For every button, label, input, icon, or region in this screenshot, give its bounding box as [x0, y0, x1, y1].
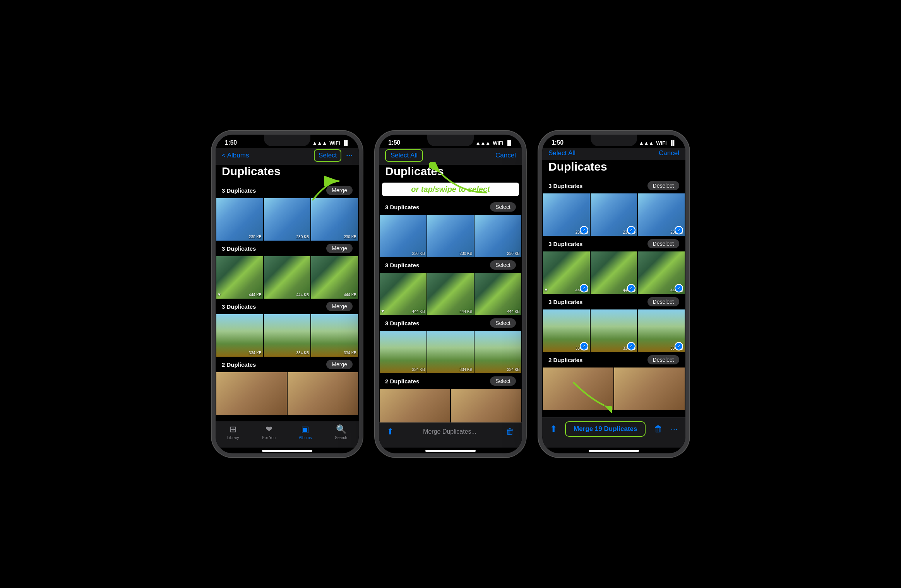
- photo-cell-2-2-3[interactable]: 444 KB: [474, 273, 521, 315]
- photo-row-1-1: 230 KB 230 KB 230 KB: [216, 198, 359, 241]
- tap-swipe-label: or tap/swipe to select: [382, 183, 519, 196]
- photo-cell-2-1-1[interactable]: 230 KB: [380, 215, 427, 257]
- dup-label-3-4: 2 Duplicates: [548, 357, 582, 363]
- merge-duplicates-label-2[interactable]: Merge Duplicates...: [423, 428, 476, 435]
- foryou-icon-1: ❤: [266, 424, 272, 434]
- dup-label-2-2: 3 Duplicates: [385, 262, 419, 268]
- photo-row-2-3: 334 KB 334 KB 334 KB: [379, 331, 522, 373]
- photo-cell-3-2-1[interactable]: ♥ 444 KB ✓: [543, 251, 590, 294]
- dup-group-2-4: 2 Duplicates Select: [379, 373, 522, 422]
- wifi-icon-2: WiFi: [493, 140, 503, 146]
- photo-cell-1-2-2[interactable]: 444 KB: [264, 256, 311, 299]
- deselect-btn-3-2[interactable]: Deselect: [647, 239, 679, 248]
- tab-bar-1: ⊞ Library ❤ For You ▣ Albums 🔍 Search: [216, 421, 359, 448]
- merge-btn-1-1[interactable]: Merge: [326, 186, 353, 195]
- select-button-1[interactable]: Select: [314, 149, 341, 162]
- photo-cell-3-1-2[interactable]: 230 KB ✓: [591, 193, 637, 236]
- photo-cell-1-3-2[interactable]: 334 KB: [264, 314, 311, 357]
- more-button-1[interactable]: ···: [346, 151, 353, 160]
- dup-group-3-2: 3 Duplicates Deselect ♥ 444 KB ✓: [542, 236, 685, 294]
- photo-cell-3-2-2[interactable]: 444 KB ✓: [591, 251, 637, 294]
- photo-cell-2-2-2[interactable]: 444 KB: [427, 273, 474, 315]
- select-btn-2-1[interactable]: Select: [490, 202, 516, 212]
- delete-icon-2[interactable]: 🗑: [506, 427, 514, 437]
- photo-cell-3-4-2[interactable]: [614, 368, 685, 410]
- more-icon-3[interactable]: ···: [671, 424, 678, 434]
- dup-group-2-1: 3 Duplicates Select 230 KB 230 KB 230: [379, 199, 522, 257]
- deselect-btn-3-4[interactable]: Deselect: [647, 355, 679, 364]
- battery-icon-2: ▐▌: [506, 140, 513, 146]
- photo-cell-2-4-2[interactable]: [451, 389, 521, 422]
- photo-cell-3-2-3[interactable]: 444 KB ✓: [638, 251, 685, 294]
- photo-cell-2-2-1[interactable]: ♥ 444 KB: [380, 273, 427, 315]
- photo-cell-3-4-1[interactable]: [543, 368, 613, 410]
- merge-19-button[interactable]: Merge 19 Duplicates: [565, 421, 646, 437]
- share-icon-3[interactable]: ⬆: [550, 424, 557, 434]
- photo-cell-2-3-1[interactable]: 334 KB: [380, 331, 427, 373]
- tab-search-1[interactable]: 🔍 Search: [335, 424, 347, 440]
- photo-cell-1-1-3[interactable]: 230 KB: [311, 198, 358, 241]
- photo-row-2-4: [379, 389, 522, 422]
- photo-cell-3-3-1[interactable]: 334 KB ✓: [543, 309, 590, 352]
- photo-cell-3-1-1[interactable]: 230 KB ✓: [543, 193, 590, 236]
- photo-row-1-4: [216, 372, 359, 415]
- photo-cell-2-3-2[interactable]: 334 KB: [427, 331, 474, 373]
- merge-btn-1-4[interactable]: Merge: [326, 360, 353, 369]
- tab-foryou-1[interactable]: ❤ For You: [262, 424, 276, 440]
- photo-cell-2-1-2[interactable]: 230 KB: [427, 215, 474, 257]
- photo-cell-1-1-2[interactable]: 230 KB: [264, 198, 311, 241]
- dup-label-2-1: 3 Duplicates: [385, 204, 419, 210]
- nav-bar-3: Select All Cancel: [542, 148, 685, 160]
- status-icons-2: ▲▲▲ WiFi ▐▌: [476, 140, 513, 146]
- dup-label-1-2: 3 Duplicates: [222, 245, 256, 252]
- select-btn-2-2[interactable]: Select: [490, 260, 516, 270]
- photo-cell-1-3-3[interactable]: 334 KB: [311, 314, 358, 357]
- page-title-1: Duplicates: [216, 165, 359, 183]
- photo-cell-1-2-1[interactable]: ♥ 444 KB: [216, 256, 263, 299]
- photo-cell-1-1-1[interactable]: 230 KB: [216, 198, 263, 241]
- photo-row-1-2: ♥ 444 KB 444 KB 444 KB: [216, 256, 359, 299]
- photo-cell-1-4-1[interactable]: [216, 372, 287, 415]
- photo-cell-3-1-3[interactable]: 230 KB ✓: [638, 193, 685, 236]
- photo-size-1-1-1: 230 KB: [249, 235, 262, 239]
- photo-cell-3-3-2[interactable]: 334 KB ✓: [591, 309, 637, 352]
- heart-icon-2: ♥: [381, 308, 384, 314]
- tab-library-1[interactable]: ⊞ Library: [227, 424, 239, 440]
- photo-cell-2-4-1[interactable]: [380, 389, 450, 422]
- deselect-btn-3-3[interactable]: Deselect: [647, 297, 679, 306]
- select-all-button-2[interactable]: Select All: [385, 149, 423, 162]
- dup-label-1-3: 3 Duplicates: [222, 303, 256, 310]
- select-btn-2-4[interactable]: Select: [490, 376, 516, 386]
- photo-cell-2-1-3[interactable]: 230 KB: [474, 215, 521, 257]
- cancel-button-3[interactable]: Cancel: [659, 149, 679, 157]
- tab-albums-1[interactable]: ▣ Albums: [299, 424, 312, 440]
- deselect-btn-3-1[interactable]: Deselect: [647, 181, 679, 190]
- back-button-1[interactable]: < Albums: [222, 152, 249, 159]
- battery-icon-1: ▐▌: [343, 140, 349, 146]
- check-badge-3-1-1: ✓: [580, 226, 588, 234]
- cancel-button-2[interactable]: Cancel: [495, 152, 516, 159]
- content-2: 3 Duplicates Select 230 KB 230 KB 230: [379, 199, 522, 422]
- delete-icon-3[interactable]: 🗑: [654, 424, 663, 434]
- photo-cell-1-3-1[interactable]: 334 KB: [216, 314, 263, 357]
- merge-btn-1-2[interactable]: Merge: [326, 244, 353, 253]
- status-time-2: 1:50: [388, 139, 400, 146]
- select-btn-2-3[interactable]: Select: [490, 318, 516, 328]
- photo-cell-3-3-3[interactable]: 334 KB ✓: [638, 309, 685, 352]
- photo-cell-2-3-3[interactable]: 334 KB: [474, 331, 521, 373]
- signal-icon-3: ▲▲▲: [639, 140, 654, 146]
- phone-1: 1:50 ▲▲▲ WiFi ▐▌ < Albums Select ···: [212, 131, 363, 457]
- battery-icon-3: ▐▌: [669, 140, 676, 146]
- photo-cell-1-2-3[interactable]: 444 KB: [311, 256, 358, 299]
- photo-row-2-1: 230 KB 230 KB 230 KB: [379, 215, 522, 257]
- photo-row-3-1: 230 KB ✓ 230 KB ✓: [542, 193, 685, 236]
- page-title-3: Duplicates: [542, 160, 685, 178]
- photo-size-1-3-1: 334 KB: [249, 351, 262, 355]
- select-all-button-3[interactable]: Select All: [548, 149, 576, 157]
- share-icon-2[interactable]: ⬆: [387, 427, 394, 437]
- action-bar-3: ⬆ Merge 19 Duplicates 🗑 ···: [542, 417, 685, 448]
- library-icon-1: ⊞: [230, 424, 236, 434]
- merge-btn-1-3[interactable]: Merge: [326, 302, 353, 311]
- check-badge-3-3-3: ✓: [675, 342, 683, 350]
- photo-cell-1-4-2[interactable]: [288, 372, 358, 415]
